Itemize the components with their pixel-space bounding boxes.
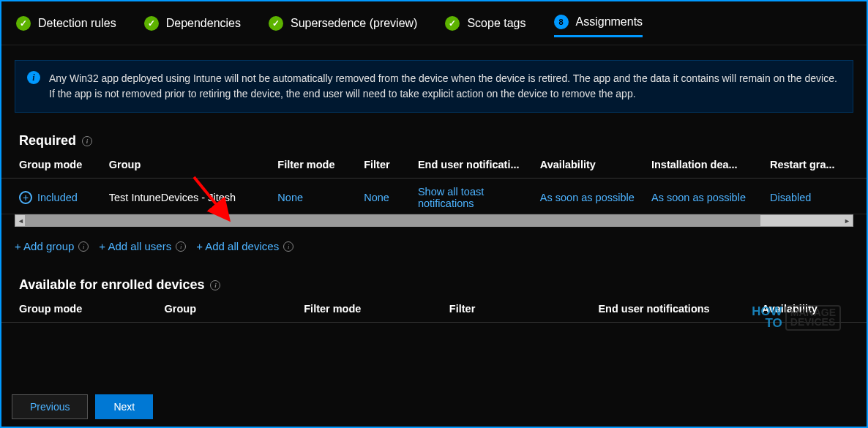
check-icon: ✓	[16, 16, 31, 31]
cell-group-mode: + Included	[19, 191, 109, 204]
col-notifications[interactable]: End user notifications	[598, 303, 761, 315]
add-devices-text: + Add all devices	[196, 240, 279, 252]
tab-scope-tags[interactable]: ✓ Scope tags	[445, 16, 525, 37]
info-circle-icon[interactable]: i	[210, 280, 220, 290]
add-all-devices-link[interactable]: + Add all devices i	[196, 240, 293, 252]
section-title-available: Available for enrolled devices i	[19, 277, 867, 293]
step-number-badge: 8	[554, 15, 569, 29]
add-all-users-link[interactable]: + Add all users i	[99, 240, 186, 252]
col-deadline[interactable]: Installation dea...	[651, 159, 770, 170]
cell-filter-mode[interactable]: None	[277, 192, 364, 203]
next-button[interactable]: Next	[95, 394, 153, 419]
cell-notifications[interactable]: Show all toast notifications	[418, 186, 540, 209]
tab-label: Dependencies	[166, 17, 241, 30]
info-banner-text: Any Win32 app deployed using Intune will…	[49, 71, 841, 102]
tab-assignments[interactable]: 8 Assignments	[554, 15, 643, 37]
col-filter-mode[interactable]: Filter mode	[277, 159, 364, 170]
section-title-text: Required	[19, 133, 76, 149]
watermark-managedevices: MANAGE DEVICES	[785, 305, 841, 331]
previous-button[interactable]: Previous	[12, 394, 88, 419]
cell-availability[interactable]: As soon as possible	[540, 192, 651, 203]
add-users-text: + Add all users	[99, 240, 171, 252]
info-circle-icon[interactable]: i	[283, 241, 293, 252]
cell-deadline[interactable]: As soon as possible	[651, 192, 770, 203]
cell-restart[interactable]: Disabled	[770, 192, 849, 203]
info-circle-icon[interactable]: i	[176, 241, 186, 252]
included-link[interactable]: Included	[37, 192, 78, 203]
col-notifications[interactable]: End user notificati...	[418, 159, 540, 170]
col-restart[interactable]: Restart gra...	[770, 159, 849, 170]
info-banner: i Any Win32 app deployed using Intune wi…	[15, 60, 853, 113]
wizard-footer: Previous Next	[12, 394, 153, 419]
check-icon: ✓	[269, 16, 283, 31]
add-group-link[interactable]: + Add group i	[15, 240, 89, 252]
table-header-row: Group mode Group Filter mode Filter End …	[1, 303, 867, 323]
plus-circle-icon[interactable]: +	[19, 191, 32, 204]
info-circle-icon[interactable]: i	[78, 241, 89, 252]
tab-label: Assignments	[576, 15, 643, 29]
add-group-text: + Add group	[15, 240, 74, 252]
table-header-row: Group mode Group Filter mode Filter End …	[1, 159, 867, 179]
section-title-required: Required i	[19, 133, 867, 149]
scrollbar-thumb[interactable]	[25, 215, 760, 226]
col-filter[interactable]: Filter	[449, 303, 599, 315]
horizontal-scrollbar[interactable]: ◄ ►	[15, 214, 853, 227]
cell-filter[interactable]: None	[364, 192, 418, 203]
cell-group: Test IntuneDevices - Jitesh	[109, 192, 278, 203]
col-filter[interactable]: Filter	[364, 159, 418, 170]
col-group-mode[interactable]: Group mode	[19, 303, 165, 315]
watermark-howto: HOW TO	[752, 306, 782, 329]
required-table: Group mode Group Filter mode Filter End …	[1, 159, 867, 214]
info-circle-icon[interactable]: i	[82, 136, 92, 146]
table-row[interactable]: + Included Test IntuneDevices - Jitesh N…	[1, 179, 867, 214]
available-table: Group mode Group Filter mode Filter End …	[1, 303, 867, 323]
check-icon: ✓	[445, 16, 460, 31]
col-group[interactable]: Group	[109, 159, 278, 170]
section-title-text: Available for enrolled devices	[19, 277, 204, 293]
wizard-tabs: ✓ Detection rules ✓ Dependencies ✓ Super…	[1, 1, 867, 45]
action-links: + Add group i + Add all users i + Add al…	[15, 240, 867, 252]
scroll-right-icon[interactable]: ►	[842, 215, 853, 226]
tab-label: Detection rules	[38, 17, 116, 30]
tab-supersedence[interactable]: ✓ Supersedence (preview)	[269, 16, 417, 37]
tab-dependencies[interactable]: ✓ Dependencies	[144, 16, 241, 37]
tab-label: Supersedence (preview)	[291, 17, 417, 30]
col-group[interactable]: Group	[165, 303, 304, 315]
check-icon: ✓	[144, 16, 159, 31]
tab-label: Scope tags	[467, 17, 525, 30]
info-icon: i	[27, 71, 40, 84]
watermark: HOW TO MANAGE DEVICES	[752, 305, 841, 331]
col-filter-mode[interactable]: Filter mode	[304, 303, 449, 315]
col-availability[interactable]: Availability	[540, 159, 651, 170]
col-group-mode[interactable]: Group mode	[19, 159, 109, 170]
tab-detection-rules[interactable]: ✓ Detection rules	[16, 16, 116, 37]
